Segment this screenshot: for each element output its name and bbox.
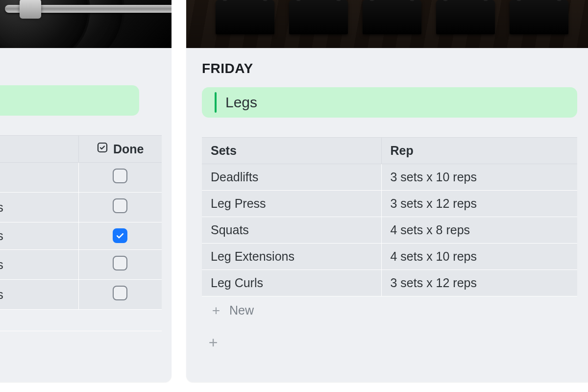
cell-exercise-name[interactable]: Squats <box>202 217 381 244</box>
done-header-icon <box>97 142 108 156</box>
exercise-table: p Done <box>0 135 162 309</box>
cell-rep[interactable]: 4 sets x 8 reps <box>381 217 577 244</box>
table-row[interactable]: Deadlifts3 sets x 10 reps <box>202 164 577 191</box>
table-row[interactable]: Leg Extensions4 sets x 10 reps <box>202 244 577 270</box>
treadmill-icon <box>510 0 568 34</box>
cell-rep[interactable]: 3 sets x 10 reps <box>381 164 577 191</box>
col-done[interactable]: Done <box>78 136 162 163</box>
plus-icon: + <box>209 334 218 352</box>
col-rep-fragment[interactable]: p <box>0 136 78 163</box>
cell-rep[interactable]: 3 sets x 12 reps <box>381 191 577 217</box>
cell-rep-fragment[interactable]: x 10 reps <box>0 193 78 222</box>
col-rep[interactable]: Rep <box>381 138 577 164</box>
focus-chip-text: Legs <box>225 94 257 111</box>
cell-rep-fragment[interactable]: x 10 reps <box>0 250 78 280</box>
table-row[interactable]: x 12 reps <box>0 280 162 310</box>
cell-rep-fragment[interactable]: x 12 reps <box>0 280 78 310</box>
cell-rep[interactable]: 4 sets x 10 reps <box>381 244 577 270</box>
cell-done[interactable] <box>78 250 162 280</box>
table-row[interactable]: x 10 reps <box>0 193 162 222</box>
add-row-button[interactable]: + New <box>202 296 577 324</box>
table-row[interactable]: x 10 reps <box>0 250 162 280</box>
add-row-label: New <box>229 303 254 318</box>
workout-card-friday: FUNCTIONAL FRIDAY Legs Sets Rep Deadlift… <box>186 0 588 382</box>
cell-done[interactable] <box>78 280 162 310</box>
table-row[interactable]: Squats4 sets x 8 reps <box>202 217 577 244</box>
plus-icon: + <box>211 305 221 316</box>
cell-exercise-name[interactable]: Leg Extensions <box>202 244 381 270</box>
exercise-table: Sets Rep Deadlifts3 sets x 10 repsLeg Pr… <box>202 137 577 296</box>
table-row[interactable]: x 12 reps <box>0 222 162 250</box>
cell-rep-fragment[interactable]: x 8 reps <box>0 163 78 193</box>
barbell-collar-icon <box>20 0 41 19</box>
focus-chip[interactable]: Legs <box>202 87 577 118</box>
focus-chip[interactable] <box>0 85 139 116</box>
done-checkbox[interactable] <box>113 256 127 270</box>
cover-image-gym: FUNCTIONAL <box>186 0 588 48</box>
cell-exercise-name[interactable]: Deadlifts <box>202 164 381 191</box>
table-row[interactable]: Leg Curls3 sets x 12 reps <box>202 270 577 296</box>
done-checkbox[interactable] <box>113 198 127 213</box>
done-checkbox[interactable] <box>113 228 127 243</box>
text-caret-icon <box>215 92 217 113</box>
table-blank-divider <box>0 309 162 331</box>
treadmill-icon <box>289 0 348 34</box>
cell-rep-fragment[interactable]: x 12 reps <box>0 222 78 250</box>
day-title: FRIDAY <box>202 61 577 76</box>
cell-exercise-name[interactable]: Leg Press <box>202 191 381 217</box>
cell-done[interactable] <box>78 193 162 222</box>
done-checkbox[interactable] <box>113 169 127 183</box>
workspace-canvas: p Done <box>0 0 588 392</box>
cell-done[interactable] <box>78 222 162 250</box>
cover-image-barbell <box>0 0 172 48</box>
cell-rep[interactable]: 3 sets x 12 reps <box>381 270 577 296</box>
treadmill-icon <box>363 0 421 34</box>
col-done-label: Done <box>113 142 144 156</box>
workout-card-prev: p Done <box>0 0 172 382</box>
col-sets[interactable]: Sets <box>202 138 381 164</box>
table-row[interactable]: x 8 reps <box>0 163 162 193</box>
table-row[interactable]: Leg Press3 sets x 12 reps <box>202 191 577 217</box>
done-checkbox[interactable] <box>113 286 127 300</box>
add-block-button[interactable]: + <box>204 333 222 352</box>
cell-done[interactable] <box>78 163 162 193</box>
treadmill-icon <box>436 0 495 34</box>
treadmill-icon <box>216 0 274 34</box>
cell-exercise-name[interactable]: Leg Curls <box>202 270 381 296</box>
table-blank-divider <box>0 331 162 352</box>
